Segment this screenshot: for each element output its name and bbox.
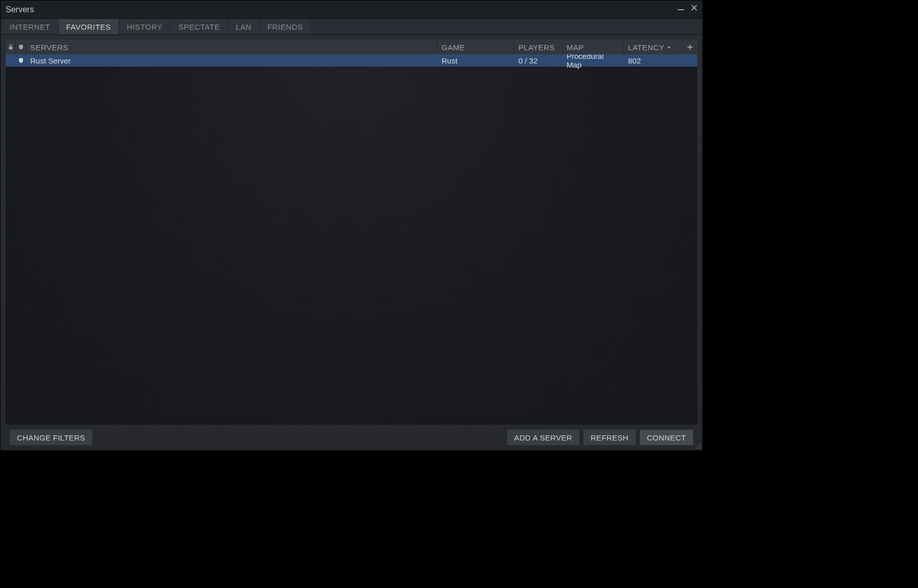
servers-window: Servers INTERNET FAVORITES HISTORY SPECT… (0, 0, 703, 451)
tab-internet[interactable]: INTERNET (3, 19, 57, 34)
resize-grip-icon[interactable] (694, 442, 701, 449)
server-table: SERVERS GAME PLAYERS MAP LATENCY (6, 40, 697, 425)
window-title: Servers (6, 5, 34, 14)
add-server-button[interactable]: ADD A SERVER (507, 430, 579, 445)
cell-latency: 802 (624, 54, 683, 67)
cell-game: Rust (437, 54, 514, 67)
cell-vac (16, 54, 26, 67)
table-body[interactable]: Rust Server Rust 0 / 32 Procedural Map 8… (6, 54, 697, 425)
cell-players: 0 / 32 (514, 54, 562, 67)
connect-button[interactable]: CONNECT (640, 430, 693, 445)
svg-point-6 (700, 444, 701, 445)
svg-point-8 (700, 446, 701, 447)
cell-map: Procedural Map (562, 54, 624, 67)
cell-password (6, 54, 16, 67)
tab-friends[interactable]: FRIENDS (260, 19, 310, 34)
tab-history[interactable]: HISTORY (120, 19, 170, 34)
content-area: SERVERS GAME PLAYERS MAP LATENCY (1, 35, 702, 450)
sort-asc-icon (666, 45, 672, 50)
column-map[interactable]: MAP (562, 40, 624, 54)
refresh-button[interactable]: REFRESH (583, 430, 636, 445)
titlebar-controls (676, 3, 699, 13)
cell-add (683, 54, 697, 67)
change-filters-button[interactable]: CHANGE FILTERS (10, 430, 92, 445)
column-game-label: GAME (442, 43, 465, 52)
svg-point-10 (698, 448, 699, 449)
svg-point-9 (696, 448, 697, 449)
shield-icon (18, 44, 24, 50)
column-add[interactable] (683, 40, 697, 54)
tab-spectate[interactable]: SPECTATE (171, 19, 227, 34)
column-servers-label: SERVERS (30, 43, 68, 52)
svg-point-7 (698, 446, 699, 447)
column-players[interactable]: PLAYERS (514, 40, 562, 54)
footer: CHANGE FILTERS ADD A SERVER REFRESH CONN… (6, 425, 697, 450)
tabbar: INTERNET FAVORITES HISTORY SPECTATE LAN … (1, 19, 702, 35)
plus-icon (686, 44, 694, 51)
column-password[interactable] (6, 40, 16, 54)
table-header: SERVERS GAME PLAYERS MAP LATENCY (6, 40, 697, 54)
column-map-label: MAP (567, 43, 584, 52)
minimize-icon[interactable] (676, 3, 686, 13)
svg-point-11 (700, 448, 701, 449)
column-latency[interactable]: LATENCY (624, 40, 683, 54)
table-row[interactable]: Rust Server Rust 0 / 32 Procedural Map 8… (6, 54, 697, 67)
column-vac[interactable] (16, 40, 26, 54)
lock-icon (8, 44, 14, 50)
cell-server-name: Rust Server (26, 54, 437, 67)
column-latency-label: LATENCY (628, 43, 664, 52)
shield-icon (18, 57, 24, 64)
column-game[interactable]: GAME (437, 40, 514, 54)
svg-rect-3 (9, 47, 12, 50)
tab-favorites[interactable]: FAVORITES (59, 19, 118, 34)
tab-lan[interactable]: LAN (228, 19, 259, 34)
column-players-label: PLAYERS (518, 43, 555, 52)
close-icon[interactable] (689, 3, 699, 13)
column-servers[interactable]: SERVERS (26, 40, 437, 54)
titlebar[interactable]: Servers (1, 1, 702, 19)
